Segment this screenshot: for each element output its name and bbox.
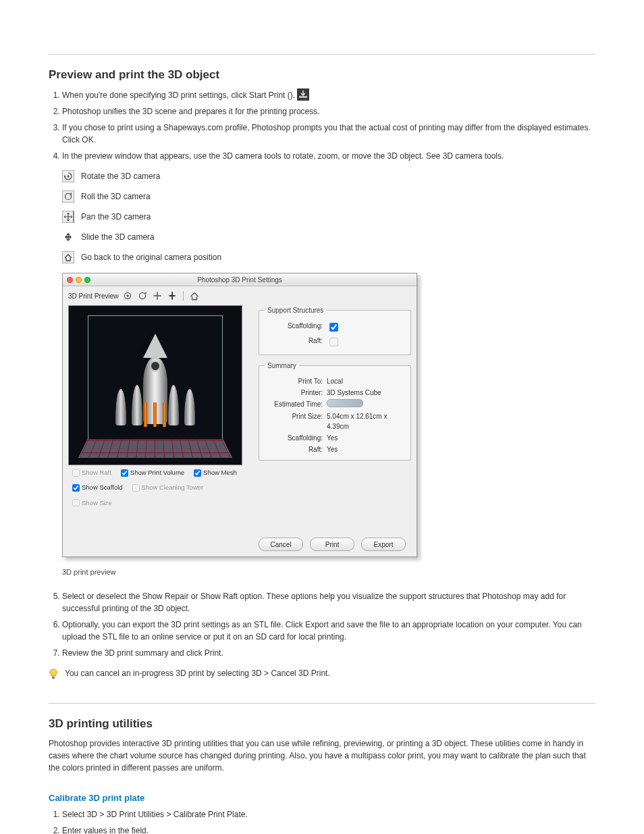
home-camera-icon	[62, 251, 74, 263]
summary-print-size-k: Print Size:	[265, 411, 327, 432]
step-4-text: In the preview window that appears, use …	[62, 151, 504, 161]
tool-home: Go back to the original camera position	[81, 251, 595, 263]
support-raft-checkbox[interactable]	[329, 338, 338, 346]
figure-caption: 3D print preview	[62, 567, 595, 578]
tool-roll: Roll the 3D camera	[81, 190, 595, 203]
svg-point-5	[127, 295, 129, 297]
svg-point-3	[65, 194, 72, 200]
cb-show-mesh[interactable]: Show Mesh	[194, 468, 237, 477]
support-scaffolding-checkbox[interactable]	[329, 323, 338, 332]
pan-camera-icon	[62, 211, 74, 223]
tb-pan-icon[interactable]	[152, 290, 163, 301]
util-step-2: Enter values in the field.	[62, 825, 595, 835]
summary-scaffolding-v: Yes	[327, 433, 405, 443]
step-4: In the preview window that appears, use …	[62, 150, 595, 578]
tb-roll-icon[interactable]	[137, 290, 148, 301]
step-5: Select or deselect the Show Repair or Sh…	[62, 590, 595, 615]
summary-print-to-k: Print To:	[265, 376, 327, 386]
preview-toolbar: 3D Print Preview	[63, 286, 417, 305]
tool-rotate: Rotate the 3D camera	[81, 170, 595, 182]
tool-slide: Slide the 3D camera	[81, 231, 595, 243]
cancel-button[interactable]: Cancel	[259, 538, 303, 551]
support-legend: Support Structures	[265, 305, 326, 315]
toolbar-label: 3D Print Preview	[68, 291, 118, 301]
tip-text: You can cancel an in-progress 3D print b…	[65, 669, 330, 678]
section-heading: Preview and print the 3D object	[49, 68, 595, 82]
tool-pan: Pan the 3D camera	[81, 211, 595, 223]
progress-indicator-icon	[327, 399, 363, 407]
dialog-titlebar: Photoshop 3D Print Settings	[63, 273, 417, 286]
svg-rect-1	[299, 96, 307, 98]
summary-group: Summary Print To:Local Printer:3D System…	[259, 361, 411, 461]
cb-show-raft[interactable]: Show Raft	[72, 468, 111, 477]
step-1-text: When you're done specifying 3D print set…	[62, 90, 295, 100]
preview-viewport[interactable]	[68, 305, 242, 465]
window-title: Photoshop 3D Print Settings	[63, 275, 417, 285]
tip-block: You can cancel an in-progress 3D print b…	[49, 669, 595, 683]
cb-show-scaffold[interactable]: Show Scaffold	[72, 483, 123, 492]
summary-print-size-v: 5.04cm x 12.61cm x 4.39cm	[327, 411, 405, 432]
cb-show-print-volume[interactable]: Show Print Volume	[121, 468, 184, 477]
svg-rect-7	[52, 677, 55, 679]
calibrate-subheading: Calibrate 3D print plate	[49, 793, 595, 803]
step-2: Photoshop unifies the 3D scene and prepa…	[62, 105, 595, 118]
support-structures-group: Support Structures Scaffolding: Raft:	[259, 305, 411, 355]
tb-home-icon[interactable]	[189, 290, 200, 301]
cb-show-size[interactable]: Show Size	[72, 498, 112, 508]
svg-point-2	[68, 176, 70, 178]
start-print-icon	[297, 88, 309, 101]
cb-show-cleaning-tower[interactable]: Show Cleaning Tower	[132, 483, 204, 492]
tb-separator	[183, 291, 184, 301]
rotate-camera-icon	[62, 170, 74, 182]
zoom-icon[interactable]	[84, 277, 90, 283]
support-scaffolding-label: Scaffolding:	[265, 321, 327, 334]
step-7: Review the 3D print summary and click Pr…	[62, 647, 595, 659]
summary-estimated-v	[327, 399, 405, 410]
util-step-1: Select 3D > 3D Print Utilities > Calibra…	[62, 808, 595, 820]
svg-point-6	[140, 292, 146, 298]
summary-estimated-k: Estimated Time:	[265, 399, 327, 410]
roll-camera-icon	[62, 190, 74, 203]
summary-printer-k: Printer:	[265, 388, 327, 398]
step-3: If you chose to print using a Shapeways.…	[62, 122, 595, 146]
tb-slide-icon[interactable]	[167, 290, 178, 301]
summary-scaffolding-k: Scaffolding:	[265, 433, 327, 443]
summary-legend: Summary	[265, 361, 299, 371]
preview-checkboxes: Show Raft Show Print Volume Show Mesh Sh…	[68, 465, 254, 511]
print-button[interactable]: Print	[310, 538, 354, 551]
step-6: Optionally, you can export the 3D print …	[62, 619, 595, 643]
export-button[interactable]: Export	[361, 538, 406, 551]
summary-printer-v: 3D Systems Cube	[327, 388, 405, 398]
slide-camera-icon	[62, 231, 74, 243]
summary-print-to-v: Local	[327, 376, 405, 386]
close-icon[interactable]	[67, 277, 73, 283]
utilities-heading: 3D printing utilities	[49, 717, 595, 731]
utilities-intro: Photoshop provides interactive 3D printi…	[49, 737, 595, 774]
summary-raft-v: Yes	[327, 444, 405, 454]
tb-rotate-icon[interactable]	[122, 290, 133, 301]
minimize-icon[interactable]	[76, 277, 82, 283]
step-1: When you're done specifying 3D print set…	[62, 88, 595, 101]
support-raft-label: Raft:	[265, 336, 327, 349]
lightbulb-icon	[49, 669, 58, 683]
summary-raft-k: Raft:	[265, 444, 327, 454]
print-preview-dialog: Photoshop 3D Print Settings 3D Print Pre…	[62, 273, 417, 557]
traffic-lights	[67, 277, 90, 283]
